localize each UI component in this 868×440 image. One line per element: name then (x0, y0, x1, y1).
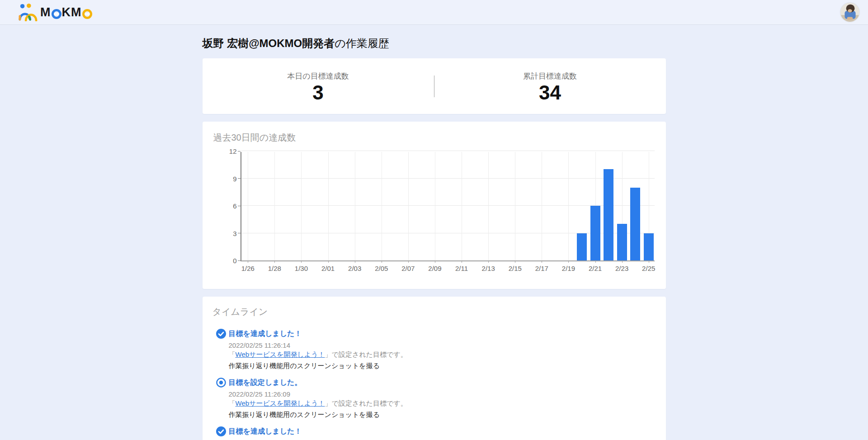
bar-chart: 0369121/261/281/302/012/032/052/072/092/… (213, 152, 655, 261)
x-gridline (435, 152, 435, 260)
x-tick-label: 2/11 (455, 265, 468, 272)
chart-bar (630, 188, 640, 260)
x-tick-label: 2/13 (482, 265, 495, 272)
y-axis-tick (238, 178, 241, 179)
chart-plot-area: 0369121/261/281/302/012/032/052/072/092/… (241, 152, 655, 261)
x-gridline (301, 152, 302, 260)
y-tick-label: 3 (219, 230, 237, 237)
x-gridline (568, 152, 569, 260)
chart-bar (590, 206, 600, 260)
stat-today-label: 本日の目標達成数 (203, 71, 434, 81)
x-tick-label: 2/03 (348, 265, 361, 272)
timeline-entry: 目標を達成しました！ 2022/02/25 11:25:51 (216, 426, 656, 440)
x-axis-tick (622, 260, 623, 263)
x-gridline (355, 152, 355, 260)
chart-bar (604, 169, 613, 260)
logo-people-icon (17, 3, 38, 21)
page-title-suffix: の作業履歴 (335, 37, 389, 49)
y-tick-label: 9 (219, 175, 237, 183)
x-axis-tick (462, 260, 462, 263)
x-axis-tick (328, 260, 329, 263)
timeline-entry-project-line: 「Webサービスを開発しよう！」で設定された目標です。 (229, 399, 656, 408)
main-content: 坂野 宏樹@MOKMO開発者の作業履歴 本日の目標達成数 3 累計目標達成数 3… (203, 36, 666, 440)
timeline-entry-timestamp: 2022/02/25 11:26:09 (229, 390, 656, 398)
x-axis-tick (382, 260, 382, 263)
x-gridline (515, 152, 515, 260)
logo-o-yellow-icon (82, 8, 92, 18)
x-axis-tick (408, 260, 409, 263)
stat-today-value: 3 (203, 81, 434, 104)
x-gridline (542, 152, 542, 260)
x-tick-label: 2/17 (535, 265, 548, 272)
timeline-entry-title: 目標を達成しました！ (229, 329, 302, 339)
y-axis-tick (238, 206, 241, 206)
stats-card: 本日の目標達成数 3 累計目標達成数 34 (203, 58, 666, 114)
x-tick-label: 2/25 (642, 265, 655, 272)
y-axis-tick (238, 151, 241, 151)
timeline-entry-task: 作業振り返り機能用のスクリーンショットを撮る (229, 362, 656, 370)
x-axis-tick (435, 260, 435, 263)
y-tick-label: 6 (219, 202, 237, 210)
x-tick-label: 1/30 (295, 265, 308, 272)
x-tick-label: 2/05 (375, 265, 388, 272)
project-link[interactable]: Webサービスを開発しよう！ (236, 399, 325, 407)
timeline-entry-title: 目標を達成しました！ (229, 427, 302, 436)
x-axis-tick (515, 260, 515, 263)
y-axis-tick (238, 260, 241, 261)
app-logo[interactable]: MKM (17, 3, 93, 21)
timeline-entries: 目標を達成しました！ 2022/02/25 11:26:14 「Webサービスを… (212, 329, 656, 440)
x-gridline (488, 152, 489, 260)
y-gridline (241, 178, 655, 179)
x-axis-tick (568, 260, 569, 263)
x-tick-label: 2/15 (509, 265, 522, 272)
y-axis-tick (238, 233, 241, 233)
x-gridline (462, 152, 462, 260)
timeline-entry-task: 作業振り返り機能用のスクリーンショットを撮る (229, 411, 656, 419)
x-tick-label: 2/01 (321, 265, 335, 272)
y-tick-label: 0 (219, 257, 237, 265)
project-link[interactable]: Webサービスを開発しよう！ (236, 350, 325, 358)
app-header: MKM (0, 0, 868, 25)
x-axis-tick (649, 260, 649, 263)
chart-heading: 過去30日間の達成数 (213, 132, 655, 144)
x-axis-tick (595, 260, 596, 263)
x-gridline (274, 152, 275, 260)
stat-today: 本日の目標達成数 3 (203, 58, 434, 114)
timeline-card: タイムライン 目標を達成しました！ 2022/02/25 11:26:14 「W… (203, 297, 666, 440)
timeline-entry-title: 目標を設定しました。 (229, 378, 302, 388)
x-gridline (328, 152, 329, 260)
user-avatar[interactable] (840, 3, 859, 22)
chart-bar (644, 233, 654, 261)
logo-wordmark: MKM (40, 5, 93, 19)
x-tick-label: 2/23 (615, 265, 628, 272)
x-axis-tick (248, 260, 248, 263)
check-circle-icon (216, 426, 226, 436)
chart-card: 過去30日間の達成数 0369121/261/281/302/012/032/0… (203, 122, 666, 289)
chart-bar (617, 224, 627, 260)
x-tick-label: 2/09 (428, 265, 441, 272)
x-gridline (248, 152, 248, 260)
page-title-user: 坂野 宏樹@MOKMO開発者 (203, 37, 335, 49)
y-tick-label: 12 (219, 147, 237, 155)
check-circle-icon (216, 329, 226, 339)
x-tick-label: 1/26 (241, 265, 255, 272)
page-title: 坂野 宏樹@MOKMO開発者の作業履歴 (203, 36, 666, 51)
x-axis-tick (355, 260, 355, 263)
x-axis-tick (542, 260, 542, 263)
y-gridline (241, 151, 655, 151)
timeline-heading: タイムライン (212, 306, 656, 318)
timeline-entry: 目標を設定しました。 2022/02/25 11:26:09 「Webサービスを… (216, 378, 656, 419)
x-axis-tick (488, 260, 489, 263)
stat-total-label: 累計目標達成数 (434, 71, 666, 81)
chart-bar (577, 233, 587, 261)
timeline-entry: 目標を達成しました！ 2022/02/25 11:26:14 「Webサービスを… (216, 329, 656, 370)
timeline-entry-project-line: 「Webサービスを開発しよう！」で設定された目標です。 (229, 350, 656, 359)
x-tick-label: 2/07 (401, 265, 415, 272)
x-tick-label: 1/28 (268, 265, 281, 272)
timeline-entry-timestamp: 2022/02/25 11:26:14 (229, 341, 656, 349)
stat-total-value: 34 (434, 81, 666, 104)
record-circle-icon (216, 378, 226, 388)
x-gridline (408, 152, 409, 260)
stat-total: 累計目標達成数 34 (434, 58, 666, 114)
x-axis-tick (274, 260, 275, 263)
